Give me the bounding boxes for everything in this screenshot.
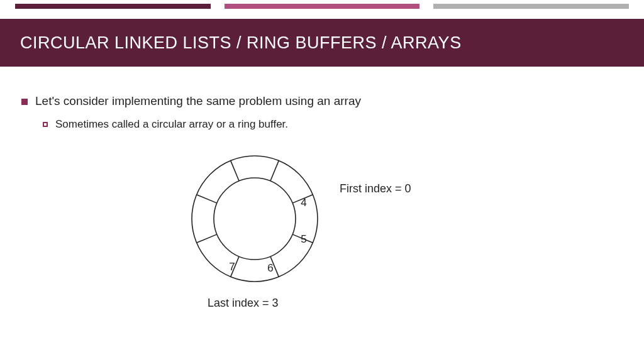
bullet1-sub-text: Sometimes called a circular array or a r… — [55, 118, 288, 131]
bullet-square-outline-icon — [43, 122, 48, 127]
ring-cell-3: 7 — [229, 261, 235, 273]
svg-line-2 — [270, 161, 279, 181]
last-index-label: Last index = 3 — [208, 297, 279, 310]
slide-title: CIRCULAR LINKED LISTS / RING BUFFERS / A… — [20, 33, 462, 53]
ring-buffer-diagram: 4 5 6 7 First index = 0 Last index = 3 — [0, 151, 644, 352]
accent-stripe — [15, 4, 629, 9]
stripe-segment-dark — [15, 4, 211, 9]
bullet-square-icon — [21, 99, 28, 105]
ring-cell-2: 6 — [267, 262, 273, 274]
ring-graphic: 4 5 6 7 — [182, 151, 327, 289]
stripe-segment-gray — [433, 4, 629, 9]
title-band: CIRCULAR LINKED LISTS / RING BUFFERS / A… — [0, 19, 644, 67]
first-index-label: First index = 0 — [340, 182, 411, 195]
ring-cell-1: 5 — [301, 233, 306, 245]
stripe-segment-pink — [225, 4, 420, 9]
svg-point-0 — [192, 156, 318, 282]
svg-point-1 — [214, 178, 296, 260]
bullet-level2: Sometimes called a circular array or a r… — [43, 118, 623, 131]
bullet-level1: Let's consider implementing the same pro… — [21, 94, 623, 108]
ring-cell-0: 4 — [301, 197, 306, 209]
svg-line-7 — [197, 234, 217, 243]
svg-line-9 — [231, 161, 239, 181]
svg-line-8 — [197, 195, 217, 203]
bullet1-text: Let's consider implementing the same pro… — [35, 94, 361, 108]
